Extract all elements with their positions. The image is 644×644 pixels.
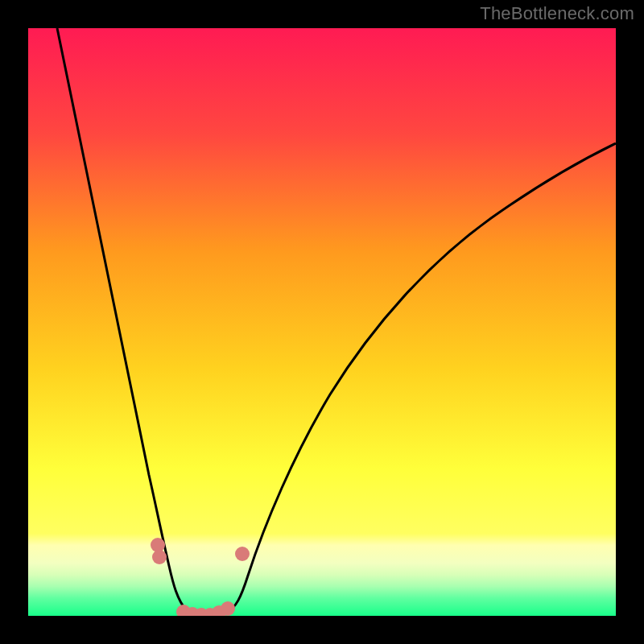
chart-svg — [28, 28, 616, 616]
outer-frame: TheBottleneck.com — [0, 0, 644, 644]
marker-dot — [221, 601, 235, 616]
chart-area — [28, 28, 616, 616]
watermark-text: TheBottleneck.com — [480, 3, 634, 24]
marker-dot — [235, 547, 250, 561]
marker-dot — [152, 550, 167, 564]
